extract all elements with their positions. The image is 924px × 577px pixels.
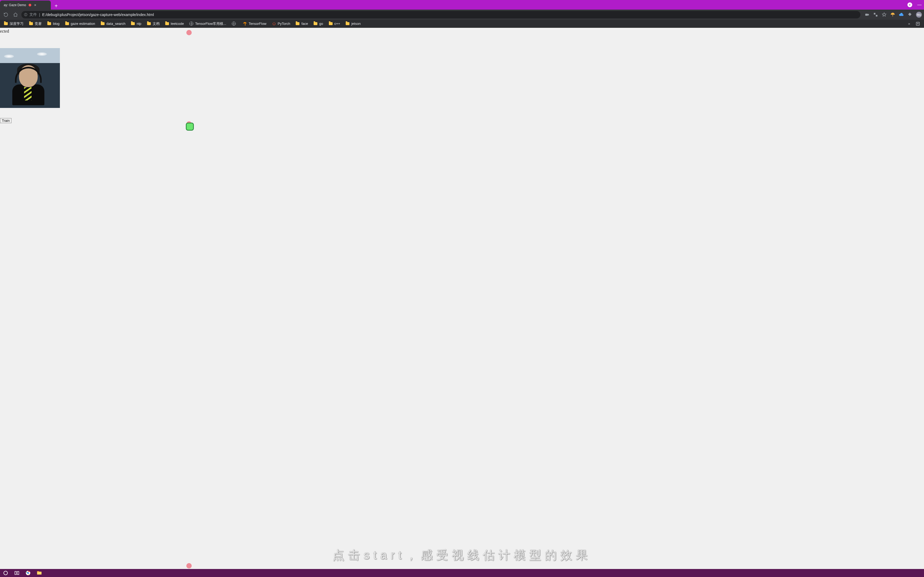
url-text: E:/debug/cplusProject/jetson/gaze-captur… [42,13,858,17]
page-content: ected Train 点击start，感受视线估计模型的效果 [0,28,924,569]
bookmark-label: 竞赛 [35,21,42,26]
tensorflow-icon [243,22,247,26]
folder-icon [65,22,69,26]
folder-icon [147,22,151,26]
bookmark-label: 深度学习 [10,21,24,26]
task-view-icon[interactable] [14,570,20,576]
globe-icon [189,22,194,26]
reading-list-button[interactable] [913,20,922,27]
bookmark-label: go [319,22,323,26]
folder-icon [165,22,169,26]
gaze-target-dot [186,563,192,569]
svg-rect-5 [15,571,16,575]
bookmark-label: c++ [334,22,340,26]
tab-title: ay: Gaze Demo [4,3,26,7]
extension-cloud-icon[interactable] [899,12,904,17]
bookmark-item[interactable]: jetson [343,21,363,27]
bookmark-item[interactable]: 文档 [145,20,162,27]
bookmark-item[interactable]: c++ [326,21,342,27]
bookmark-item[interactable]: blog [45,21,62,27]
bookmarks-overflow-button[interactable]: » [906,22,912,26]
bookmark-item[interactable]: gaze estimation [63,21,97,27]
bookmark-star-icon[interactable] [882,12,887,17]
svg-rect-6 [18,571,19,575]
reload-button[interactable] [2,11,10,18]
bookmark-item[interactable]: face [293,21,310,27]
svg-rect-0 [865,14,868,16]
profile-bubble-icon[interactable]: ▾ [908,2,912,7]
folder-icon [4,22,8,26]
bookmark-item[interactable]: 深度学习 [2,20,26,27]
folder-icon [131,22,135,26]
bookmark-item[interactable]: PyTorch [270,21,292,27]
folder-icon [47,22,51,26]
bookmark-label: TensorFlow常用模... [195,21,226,26]
svg-rect-10 [37,571,39,572]
bookmark-label: data_search [107,22,126,26]
bookmark-item[interactable]: TensorFlow常用模... [187,20,228,27]
bookmark-item[interactable]: leetcode [163,21,186,27]
bookmark-label: jetson [351,22,361,26]
bookmarks-bar: 深度学习竞赛bloggaze estimationdata_searchnlp文… [0,20,924,28]
bookmark-item[interactable]: data_search [99,21,128,27]
svg-point-8 [27,572,29,574]
bookmark-label: TensorFlow [249,22,266,26]
minimize-button[interactable]: ― [918,3,921,7]
bookmark-item[interactable]: go [311,21,325,27]
extension-umbrella-icon[interactable] [890,12,895,17]
tab-strip: ay: Gaze Demo × + ▾ ― [0,0,924,10]
folder-icon [100,22,105,26]
pytorch-icon [272,22,276,26]
recording-icon [29,4,31,6]
folder-icon [296,22,300,26]
bookmark-item[interactable]: TensorFlow [241,21,268,27]
camera-icon[interactable] [865,12,869,17]
train-button[interactable]: Train [0,118,11,123]
bookmark-label: face [301,22,308,26]
gaze-target-dot [186,30,192,35]
url-scheme-label: 文件 [29,12,37,17]
profile-avatar[interactable]: Mu [916,12,922,18]
bookmark-label: PyTorch [278,22,290,26]
bookmark-label: blog [53,22,60,26]
site-info-icon[interactable]: ⓘ [24,13,27,17]
gaze-cursor-marker [186,122,194,131]
bookmark-label: 文档 [153,21,160,26]
bookmark-label: nlp [137,22,141,26]
bookmark-item[interactable] [229,21,239,27]
home-button[interactable] [12,11,19,18]
omnibox[interactable]: ⓘ 文件 | E:/debug/cplusProject/jetson/gaze… [21,11,860,18]
folder-icon [346,22,350,26]
url-separator: | [39,13,40,17]
close-tab-icon[interactable]: × [34,3,36,7]
file-explorer-icon[interactable] [36,570,42,576]
status-text: ected [0,29,9,34]
chrome-icon[interactable] [25,570,31,576]
cortana-icon[interactable] [3,570,8,576]
subtitle-overlay: 点击start，感受视线估计模型的效果 [333,547,591,563]
bookmark-label: gaze estimation [71,22,95,26]
webcam-preview [0,48,60,108]
bookmark-item[interactable]: 竞赛 [27,20,44,27]
bookmark-label: leetcode [171,22,184,26]
browser-tab[interactable]: ay: Gaze Demo × [0,0,51,10]
address-bar: ⓘ 文件 | E:/debug/cplusProject/jetson/gaze… [0,10,924,20]
extensions-icon[interactable] [908,12,912,17]
new-tab-button[interactable]: + [52,2,60,10]
bookmark-item[interactable]: nlp [129,21,143,27]
svg-rect-1 [892,15,893,16]
globe-icon [231,22,236,26]
folder-icon [329,22,333,26]
translate-icon[interactable] [873,12,878,17]
taskbar [0,569,924,577]
folder-icon [313,22,318,26]
folder-icon [29,22,33,26]
